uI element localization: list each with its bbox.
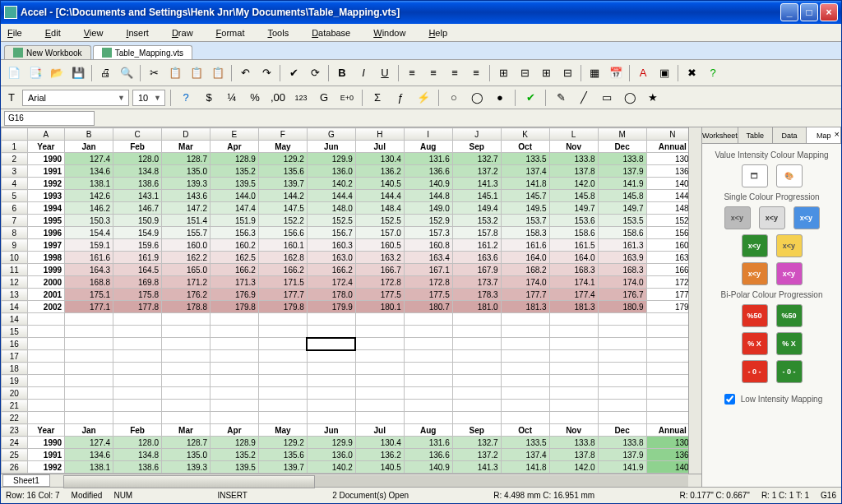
circle1-icon[interactable]: ○ — [444, 88, 464, 108]
data-cell[interactable]: 141.9 — [598, 178, 646, 190]
data-cell[interactable]: 137.2 — [452, 449, 501, 461]
empty-cell[interactable] — [404, 375, 452, 387]
empty-cell[interactable] — [113, 400, 162, 412]
underline-icon[interactable]: U — [375, 63, 395, 83]
ellipse-icon[interactable]: ◯ — [620, 88, 640, 108]
currency-icon[interactable]: $ — [199, 88, 219, 108]
function-icon[interactable]: ƒ — [391, 88, 410, 108]
data-cell[interactable]: 171.2 — [162, 276, 210, 289]
empty-cell[interactable] — [646, 387, 688, 400]
empty-cell[interactable] — [210, 313, 258, 326]
row-header[interactable]: 2 — [2, 153, 28, 165]
empty-cell[interactable] — [452, 313, 501, 326]
data-cell[interactable]: 142.6 — [65, 190, 113, 202]
data-cell[interactable]: 137.4 — [501, 165, 549, 178]
tab-new-workbook[interactable]: New Workbook — [4, 45, 91, 59]
data-cell[interactable]: 138.6 — [113, 178, 162, 190]
data-cell[interactable]: 163.0 — [307, 252, 355, 264]
data-cell[interactable]: 129.9 — [307, 153, 355, 165]
data-cell[interactable]: 177.8 — [113, 301, 162, 313]
col-header[interactable]: G — [307, 128, 355, 141]
data-cell[interactable]: 140.9 — [404, 178, 452, 190]
empty-cell[interactable] — [501, 387, 549, 400]
data-cell[interactable]: 135.0 — [162, 165, 210, 178]
data-cell[interactable]: 140.9 — [404, 461, 452, 474]
empty-cell[interactable] — [598, 400, 646, 412]
data-cell[interactable]: 168.2 — [501, 264, 549, 276]
data-cell[interactable]: 129.2 — [258, 437, 307, 449]
data-cell[interactable]: 131.6 — [404, 437, 452, 449]
empty-cell[interactable] — [404, 387, 452, 400]
empty-cell[interactable] — [113, 375, 162, 387]
data-cell[interactable]: 151.4 — [162, 215, 210, 227]
annual-cell[interactable]: 152.4 — [646, 215, 688, 227]
empty-cell[interactable] — [210, 363, 258, 375]
empty-cell[interactable] — [113, 412, 162, 424]
help2-icon[interactable]: ? — [176, 88, 196, 108]
data-cell[interactable]: 180.7 — [404, 301, 452, 313]
empty-cell[interactable] — [404, 338, 452, 350]
empty-cell[interactable] — [452, 326, 501, 338]
data-cell[interactable]: 135.2 — [210, 449, 258, 461]
save-icon[interactable]: 💾 — [68, 63, 88, 83]
empty-cell[interactable] — [355, 326, 404, 338]
empty-cell[interactable] — [258, 350, 307, 363]
year-cell[interactable]: 1998 — [27, 252, 64, 264]
row-header[interactable]: 8 — [2, 227, 28, 239]
empty-cell[interactable] — [27, 412, 64, 424]
data-cell[interactable]: 160.3 — [307, 239, 355, 252]
font-color-icon[interactable]: A — [633, 63, 653, 83]
data-cell[interactable]: 128.9 — [210, 437, 258, 449]
percent-icon[interactable]: % — [245, 88, 265, 108]
data-cell[interactable]: 138.1 — [65, 178, 113, 190]
empty-cell[interactable] — [113, 338, 162, 350]
data-cell[interactable]: 153.6 — [549, 215, 598, 227]
clear-icon[interactable]: ✖ — [682, 63, 701, 83]
data-cell[interactable]: 133.8 — [549, 437, 598, 449]
empty-cell[interactable] — [65, 363, 113, 375]
empty-cell[interactable] — [210, 375, 258, 387]
minimize-button[interactable]: _ — [780, 3, 798, 21]
tab-current-file[interactable]: Table_Mapping.vts — [93, 45, 192, 59]
col-header[interactable]: B — [65, 128, 113, 141]
empty-cell[interactable] — [65, 338, 113, 350]
data-cell[interactable]: 127.4 — [65, 153, 113, 165]
year-cell[interactable]: 1997 — [27, 239, 64, 252]
data-cell[interactable]: 134.8 — [113, 449, 162, 461]
empty-cell[interactable] — [27, 363, 64, 375]
empty-cell[interactable] — [501, 363, 549, 375]
data-cell[interactable]: 143.1 — [113, 190, 162, 202]
empty-cell[interactable] — [598, 313, 646, 326]
side-tab-table[interactable]: Table — [738, 127, 773, 143]
data-cell[interactable]: 130.4 — [355, 437, 404, 449]
check-icon[interactable]: ✔ — [284, 63, 303, 83]
header-cell[interactable]: Aug — [404, 141, 452, 153]
maximize-button[interactable]: □ — [800, 3, 818, 21]
empty-cell[interactable] — [162, 375, 210, 387]
empty-cell[interactable] — [113, 313, 162, 326]
data-cell[interactable]: 179.9 — [307, 301, 355, 313]
row-header[interactable]: 13 — [2, 289, 28, 301]
header-cell[interactable]: May — [258, 141, 307, 153]
empty-cell[interactable] — [113, 326, 162, 338]
header-cell[interactable]: Year — [27, 141, 64, 153]
data-cell[interactable]: 175.1 — [65, 289, 113, 301]
redo-icon[interactable]: ↷ — [257, 63, 276, 83]
undo-icon[interactable]: ↶ — [235, 63, 255, 83]
header-cell[interactable]: May — [258, 424, 307, 437]
header-cell[interactable]: Jan — [65, 424, 113, 437]
row-header[interactable]: 6 — [2, 202, 28, 215]
data-cell[interactable]: 169.8 — [113, 276, 162, 289]
data-cell[interactable]: 160.2 — [210, 239, 258, 252]
empty-cell[interactable] — [210, 350, 258, 363]
data-cell[interactable]: 161.9 — [113, 252, 162, 264]
data-cell[interactable]: 172.8 — [355, 276, 404, 289]
empty-cell[interactable] — [501, 375, 549, 387]
empty-cell[interactable] — [27, 400, 64, 412]
row-header[interactable]: 4 — [2, 178, 28, 190]
data-cell[interactable]: 145.8 — [598, 474, 646, 474]
data-cell[interactable]: 160.5 — [355, 239, 404, 252]
single-blue[interactable]: x<y — [793, 206, 820, 229]
empty-cell[interactable] — [355, 350, 404, 363]
cell-name-box[interactable]: G16 — [4, 111, 95, 126]
